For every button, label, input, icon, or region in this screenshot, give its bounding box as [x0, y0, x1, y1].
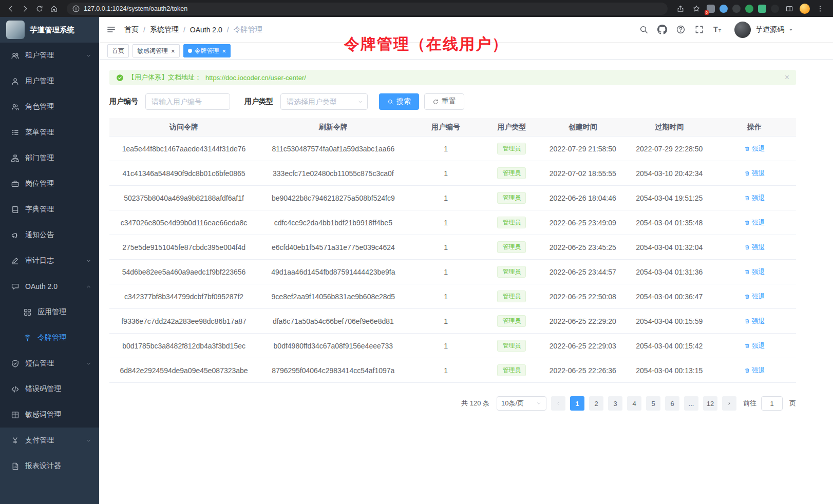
bookmark-star-icon[interactable] — [691, 3, 702, 14]
force-logout-button[interactable]: 强退 — [744, 366, 765, 375]
extension-icon[interactable] — [745, 5, 753, 13]
view-tab-敏感词管理[interactable]: 敏感词管理× — [132, 44, 180, 57]
sidebar-item-字典管理[interactable]: 字典管理 — [0, 197, 99, 222]
sidebar-item-敏感词管理[interactable]: 敏感词管理 — [0, 402, 99, 428]
sidebar-item-支付管理[interactable]: 支付管理 — [0, 428, 99, 453]
site-info-icon[interactable] — [72, 5, 80, 13]
sidebar-collapse-icon[interactable] — [106, 25, 116, 34]
expire-time-cell: 2054-03-04 00:15:42 — [626, 342, 713, 350]
sidebar-item-label: 敏感词管理 — [25, 410, 92, 419]
github-icon[interactable] — [657, 25, 667, 34]
sidebar-item-部门管理[interactable]: 部门管理 — [0, 145, 99, 171]
sidebar-subitem-令牌管理[interactable]: 令牌管理 — [0, 325, 99, 351]
sidebar-item-错误码管理[interactable]: 错误码管理 — [0, 376, 99, 402]
sidebar-item-用户管理[interactable]: 用户管理 — [0, 68, 99, 94]
force-logout-button[interactable]: 强退 — [744, 169, 765, 178]
home-icon[interactable] — [48, 3, 60, 14]
share-icon[interactable] — [675, 3, 686, 14]
sidebar-item-租户管理[interactable]: 租户管理 — [0, 43, 99, 68]
audit-log-icon — [11, 257, 20, 265]
page-size-select[interactable]: 10条/页 — [497, 396, 546, 411]
breadcrumb-item[interactable]: OAuth 2.0 — [190, 26, 222, 34]
force-logout-button[interactable]: 强退 — [744, 341, 765, 351]
refresh-token-cell: e6cfd40eb1f54571a31e775e039c4624 — [258, 243, 408, 251]
breadcrumb-item[interactable]: 系统管理 — [150, 25, 179, 34]
sidebar-item-通知公告[interactable]: 通知公告 — [0, 222, 99, 248]
back-icon[interactable] — [5, 3, 16, 14]
more-pages-button[interactable]: ... — [684, 396, 698, 411]
browser-profile-avatar[interactable] — [800, 4, 810, 14]
goto-page-input[interactable] — [761, 396, 783, 411]
breadcrumb: 首页/系统管理/OAuth 2.0/令牌管理 — [124, 25, 262, 34]
sidebar-item-报表设计器[interactable]: 报表设计器 — [0, 453, 99, 479]
caret-down-icon[interactable] — [788, 27, 794, 33]
expire-time-cell: 2054-03-04 00:36:47 — [626, 293, 713, 301]
app-logo[interactable]: 芋道管理系统 — [0, 17, 99, 43]
force-logout-button[interactable]: 强退 — [744, 292, 765, 301]
view-tab-首页[interactable]: 首页 — [107, 44, 129, 57]
url-bar[interactable]: 127.0.0.1:1024/system/oauth2/token — [67, 3, 668, 15]
page-button-5[interactable]: 5 — [646, 396, 660, 411]
sidebar-item-岗位管理[interactable]: 岗位管理 — [0, 171, 99, 197]
forward-icon[interactable] — [20, 3, 31, 14]
force-logout-button[interactable]: 强退 — [744, 144, 765, 153]
alert-close-icon[interactable]: × — [785, 73, 789, 82]
column-header: 过期时间 — [626, 123, 713, 132]
force-logout-button[interactable]: 强退 — [744, 218, 765, 227]
fullscreen-icon[interactable] — [694, 25, 704, 34]
token-signal-icon — [23, 334, 32, 342]
page-button-12[interactable]: 12 — [703, 396, 717, 411]
reset-button[interactable]: 重置 — [424, 93, 464, 110]
doc-link[interactable]: https://doc.iocoder.cn/user-center/ — [205, 74, 306, 82]
vue-devtools-icon[interactable] — [758, 5, 766, 13]
page-button-6[interactable]: 6 — [665, 396, 679, 411]
help-icon[interactable] — [676, 25, 686, 34]
access-token-cell: b0d1785bc3a8482f812db4a3f3bd15ec — [109, 342, 258, 350]
split-view-icon[interactable] — [784, 3, 795, 14]
user-type-badge: 管理员 — [497, 315, 526, 326]
force-logout-button[interactable]: 强退 — [744, 243, 765, 252]
page-button-2[interactable]: 2 — [589, 396, 603, 411]
user-name[interactable]: 芋道源码 — [755, 25, 784, 34]
user-id-input[interactable] — [145, 93, 230, 110]
force-logout-button[interactable]: 强退 — [744, 267, 765, 277]
extension-icon[interactable]: 0 — [707, 5, 715, 13]
tab-close-icon[interactable]: × — [171, 48, 175, 54]
view-tab-令牌管理[interactable]: 令牌管理× — [183, 44, 231, 57]
sidebar-item-角色管理[interactable]: 角色管理 — [0, 94, 99, 120]
force-logout-button[interactable]: 强退 — [744, 193, 765, 203]
user-type-select[interactable] — [280, 93, 368, 110]
actions-cell: 强退 — [713, 243, 796, 252]
force-logout-button[interactable]: 强退 — [744, 317, 765, 326]
actions-cell: 强退 — [713, 267, 796, 277]
page-button-3[interactable]: 3 — [608, 396, 622, 411]
page-button-4[interactable]: 4 — [627, 396, 641, 411]
sidebar-item-菜单管理[interactable]: 菜单管理 — [0, 120, 99, 145]
sidebar-item-短信管理[interactable]: 短信管理 — [0, 351, 99, 376]
browser-menu-icon[interactable] — [815, 3, 826, 14]
page-button-1[interactable]: 1 — [570, 396, 584, 411]
prev-page-button[interactable] — [551, 396, 565, 411]
extension-icon[interactable] — [771, 5, 779, 13]
sidebar-item-审计日志[interactable]: 审计日志 — [0, 248, 99, 274]
trash-icon — [744, 170, 750, 177]
extension-icon[interactable] — [732, 5, 741, 13]
breadcrumb-item[interactable]: 首页 — [124, 25, 139, 34]
extension-icon[interactable] — [720, 5, 728, 13]
chevron-down-icon — [85, 52, 92, 59]
search-button[interactable]: 搜索 — [379, 93, 419, 110]
search-icon[interactable] — [639, 25, 649, 34]
user-type-select-input[interactable] — [280, 93, 368, 110]
font-size-icon[interactable]: TT — [713, 25, 723, 34]
role-users-icon — [11, 103, 20, 111]
sidebar-item-OAuth 2.0[interactable]: OAuth 2.0 — [0, 274, 99, 299]
user-avatar[interactable] — [734, 22, 751, 38]
access-token-cell: 41c41346a548490f9dc8b01c6bfe0865 — [109, 169, 258, 178]
next-page-button[interactable] — [722, 396, 736, 411]
refresh-token-cell: 8796295f04064c2983414cc54af1097a — [258, 366, 408, 375]
sidebar-subitem-应用管理[interactable]: 应用管理 — [0, 299, 99, 325]
tab-close-icon[interactable]: × — [222, 48, 226, 54]
chevron-right-icon — [726, 400, 732, 406]
sidebar-item-label: 角色管理 — [25, 102, 92, 111]
reload-icon[interactable] — [34, 3, 45, 14]
